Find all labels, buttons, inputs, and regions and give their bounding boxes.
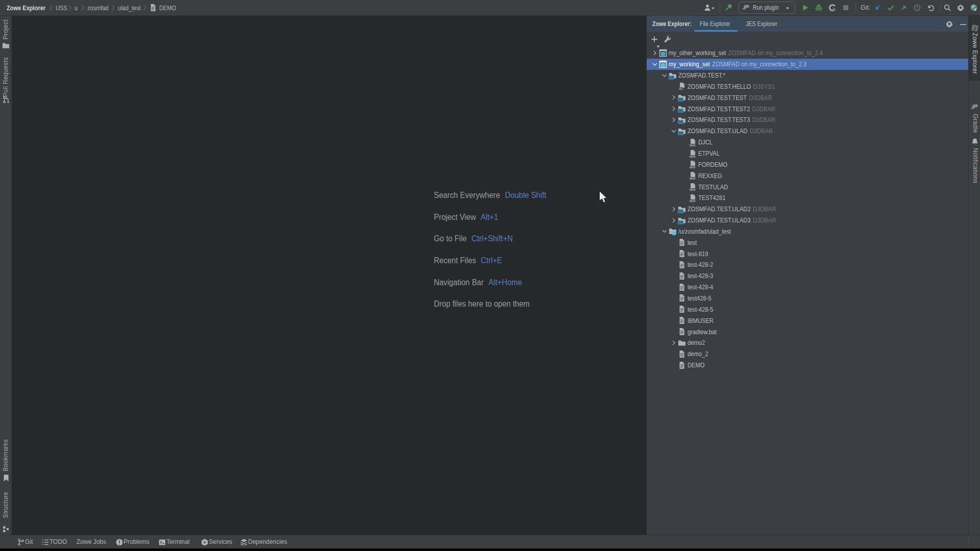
svg-text:DS: DS [678,97,683,101]
svg-text:DS: DS [678,120,683,123]
svg-text:DS: DS [678,131,683,135]
svg-text:MEM: MEM [690,155,695,157]
svg-text:MEM: MEM [690,189,695,191]
svg-text:DS: DS [678,209,683,213]
svg-text:DS: DS [678,109,683,112]
svg-text:DS: DS [678,220,683,224]
svg-text:MEM: MEM [690,178,695,180]
svg-text:MEM: MEM [690,144,695,146]
svg-text:MEM: MEM [690,166,695,168]
svg-text:MEM: MEM [690,200,695,202]
svg-text:JCL: JCL [679,88,683,90]
svg-text:DS: DS [669,76,674,79]
